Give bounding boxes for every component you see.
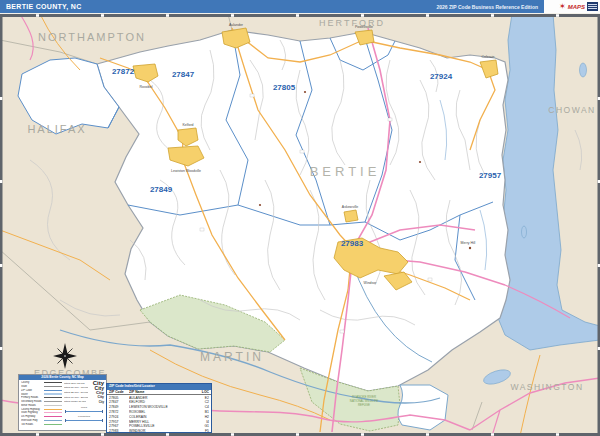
legend-line-items: County State ZIP Code Water Primary Road… xyxy=(21,381,62,426)
logo-brand-text: MAPS xyxy=(568,4,585,10)
state-hwy-swatch xyxy=(44,412,62,413)
legend-city-class: Cities Under 10,000City xyxy=(64,399,104,404)
zip-index-table: ZIP Code Index/Grid Locator ZIP Code ZIP… xyxy=(106,383,212,433)
city-label-lewiston-woodville: Lewiston Woodville xyxy=(171,169,201,173)
table-row: 27983WINDSORF5 xyxy=(107,429,211,434)
zip-label-27849: 27849 xyxy=(150,185,173,194)
zip-label-27847: 27847 xyxy=(172,70,195,79)
county-label-chowan: CHOWAN xyxy=(548,105,595,115)
logo-badge-icon xyxy=(587,2,598,11)
zip-label-27983: 27983 xyxy=(341,239,364,248)
county-label-washington: WASHINGTON xyxy=(510,382,583,392)
state-line-swatch xyxy=(44,386,62,387)
county-label-halifax: HALIFAX xyxy=(27,123,86,135)
zip-label-27805: 27805 xyxy=(273,83,296,92)
page-title: BERTIE COUNTY, NC xyxy=(6,3,82,10)
brand-logo: ✶ MAPS xyxy=(544,0,600,13)
miles-scale-bar-icon xyxy=(65,410,103,413)
table-row: 27805AULANDERE2 xyxy=(107,395,211,400)
county-label-bertie: BERTIE xyxy=(310,164,381,179)
col-zip-name: ZIP Name xyxy=(129,390,199,394)
city-label-powellsville: Powellsville xyxy=(355,25,373,29)
toll-road-swatch xyxy=(44,424,62,425)
logo-star-icon: ✶ xyxy=(559,3,566,11)
county-label-northampton: NORTHAMPTON xyxy=(38,31,146,43)
zip-label-27957: 27957 xyxy=(479,171,502,180)
interstate-swatch xyxy=(44,420,62,421)
header-bar: BERTIE COUNTY, NC 2026 ZIP Code Business… xyxy=(0,0,600,13)
scale-bar-miles: Miles xyxy=(64,407,104,413)
table-row: 27849LEWISTON WOODVILLEC4 xyxy=(107,405,211,410)
minor-road-swatch xyxy=(44,405,62,406)
map-page: NORTHAMPTON HERTFORD HALIFAX CHOWAN BERT… xyxy=(0,0,600,436)
city-label-colerain: Colerain xyxy=(481,55,494,59)
refuge-label-line3: REFUGE xyxy=(358,403,370,407)
table-row: 27967POWELLSVILLEG1 xyxy=(107,424,211,429)
zip-line-swatch xyxy=(44,390,62,391)
map-canvas[interactable]: NORTHAMPTON HERTFORD HALIFAX CHOWAN BERT… xyxy=(0,0,600,436)
county-hwy-swatch xyxy=(44,409,62,410)
river-mouth-area xyxy=(398,385,448,430)
table-row: 27924COLERAINH2 xyxy=(107,414,211,419)
county-label-hertford: HERTFORD xyxy=(319,18,385,28)
city-label-roxobel: Roxobel xyxy=(140,85,153,89)
table-row: 27872ROXOBELB1 xyxy=(107,410,211,415)
scale-bar-kilometers: Kilometers xyxy=(64,416,104,422)
secondary-road-swatch xyxy=(44,401,62,402)
city-label-kelford: Kelford xyxy=(182,123,193,127)
city-label-askewville: Askewville xyxy=(342,205,358,209)
primary-road-swatch xyxy=(44,397,62,398)
zip-label-27872: 27872 xyxy=(112,67,135,76)
map-legend: 2026 Bertie County, NC Map County State … xyxy=(18,374,107,431)
water-swatch xyxy=(44,393,62,395)
city-label-merry-hill: Merry Hill xyxy=(461,241,476,245)
edition-label: 2026 ZIP Code Business Reference Edition xyxy=(436,4,538,10)
county-line-swatch xyxy=(44,382,62,383)
table-row: 27957MERRY HILLI4 xyxy=(107,419,211,424)
col-loc: LOC xyxy=(199,390,209,394)
us-hwy-swatch xyxy=(44,416,62,417)
county-label-martin: MARTIN xyxy=(200,350,264,364)
kilometers-scale-bar-icon xyxy=(65,419,103,422)
col-zip-code: ZIP Code xyxy=(109,390,129,394)
table-row: 27847KELFORDC2 xyxy=(107,400,211,405)
legend-item: Toll Roads xyxy=(21,422,62,426)
zip-label-27924: 27924 xyxy=(430,72,453,81)
city-label-windsor: Windsor xyxy=(364,281,378,285)
legend-city-items: Cities Over 75,000City Cities 50,000 - 7… xyxy=(64,381,104,426)
city-label-aulander: Aulander xyxy=(229,23,244,27)
header-divider xyxy=(0,13,600,14)
